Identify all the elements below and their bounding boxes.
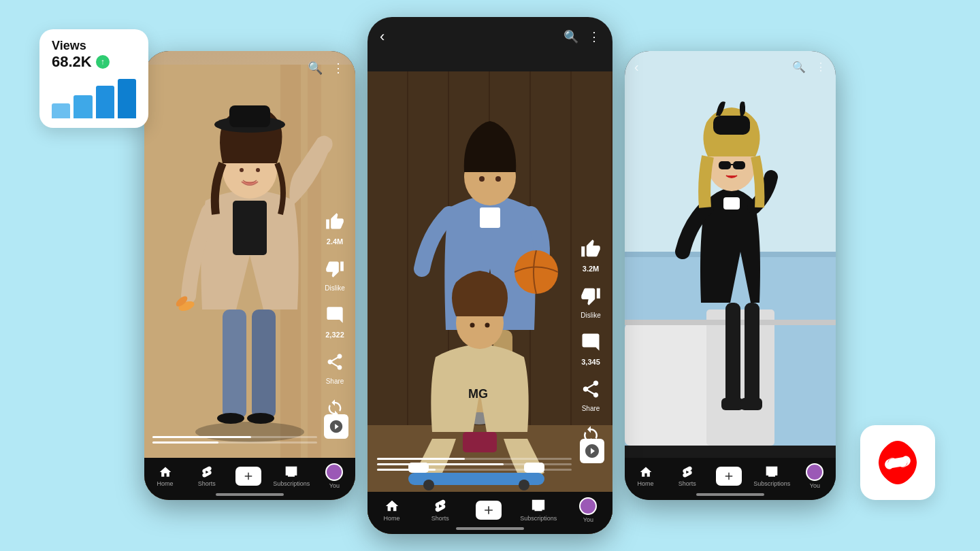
search-icon-left[interactable]: 🔍 xyxy=(308,61,323,76)
svg-point-14 xyxy=(240,168,244,172)
subscriptions-icon-center xyxy=(531,499,546,514)
trend-up-icon: ↑ xyxy=(96,55,110,69)
dislike-btn-center[interactable]: Dislike xyxy=(577,282,604,319)
like-btn-center[interactable]: 3.2M xyxy=(577,235,604,273)
phone-right-screen: ‹ 🔍 ⋮ Home Shorts xyxy=(625,51,836,500)
nav-add-left[interactable] xyxy=(231,467,265,486)
dislike-label-left: Dislike xyxy=(325,284,344,292)
plus-icon-left xyxy=(242,470,255,482)
svg-rect-8 xyxy=(233,201,267,255)
progress-bars-left xyxy=(152,436,317,447)
phone-center-screen: MG xyxy=(368,17,612,534)
subscribe-btn-left[interactable] xyxy=(324,414,348,439)
comment-icon-left xyxy=(325,305,344,324)
svg-point-33 xyxy=(423,480,434,490)
share-btn-center[interactable]: Share xyxy=(577,375,604,412)
more-icon-left[interactable]: ⋮ xyxy=(332,61,344,76)
nav-subscriptions-label-center: Subscriptions xyxy=(520,515,557,522)
comment-btn-center[interactable]: 3,345 xyxy=(577,329,604,366)
nav-subscriptions-right[interactable]: Subscriptions xyxy=(753,465,790,487)
nav-shorts-left[interactable]: Shorts xyxy=(190,465,224,487)
search-icon-right[interactable]: 🔍 xyxy=(792,61,806,73)
nav-you-left[interactable]: You xyxy=(317,463,351,489)
nav-subscriptions-center[interactable]: Subscriptions xyxy=(520,499,557,522)
back-icon-center[interactable]: ‹ xyxy=(380,28,385,46)
svg-rect-48 xyxy=(721,398,743,410)
more-icon-center[interactable]: ⋮ xyxy=(588,29,600,44)
nav-shorts-center[interactable]: Shorts xyxy=(423,499,457,522)
svg-rect-55 xyxy=(723,197,740,210)
nav-subscriptions-label-left: Subscriptions xyxy=(273,480,310,487)
views-count: 68.2K ↑ xyxy=(52,53,136,71)
subscriptions-icon-right xyxy=(765,465,779,479)
progress-track-c1 xyxy=(377,458,572,460)
top-nav-left: 🔍 ⋮ xyxy=(144,51,355,81)
nav-home-label-left: Home xyxy=(157,480,174,487)
dislike-btn-left[interactable]: Dislike xyxy=(321,255,348,292)
share-icon-left xyxy=(325,352,344,371)
nav-add-center[interactable] xyxy=(472,501,506,520)
progress-track-c2 xyxy=(377,463,572,465)
phone-left: 🔍 ⋮ 2.4M Dislike xyxy=(144,51,355,500)
bar-chart xyxy=(52,78,136,118)
progress-fill-c1 xyxy=(377,458,465,460)
add-icon-left[interactable] xyxy=(235,467,261,486)
svg-point-15 xyxy=(256,168,260,172)
nav-subscriptions-left[interactable]: Subscriptions xyxy=(273,465,310,487)
nav-subscriptions-label-right: Subscriptions xyxy=(753,480,790,487)
svg-rect-25 xyxy=(480,207,500,228)
nav-home-right[interactable]: Home xyxy=(629,465,663,487)
home-indicator-right xyxy=(696,493,764,496)
share-btn-left[interactable]: Share xyxy=(321,348,348,385)
svg-point-29 xyxy=(495,176,501,182)
comment-icon-center xyxy=(581,332,601,352)
progress-fill-c2 xyxy=(377,463,504,465)
comment-btn-left[interactable]: 2,322 xyxy=(321,301,348,339)
svg-rect-13 xyxy=(229,105,270,127)
svg-rect-4 xyxy=(223,310,246,418)
svg-rect-51 xyxy=(713,116,750,135)
svg-text:MG: MG xyxy=(468,387,488,401)
svg-point-34 xyxy=(519,480,529,490)
nav-home-left[interactable]: Home xyxy=(148,465,182,487)
phone-center: MG xyxy=(368,17,612,534)
nav-you-center[interactable]: You xyxy=(571,497,605,523)
right-bg-illustration xyxy=(625,51,836,446)
nav-home-label-center: Home xyxy=(384,515,400,522)
subscribe-btn-center[interactable] xyxy=(580,439,604,463)
subscriptions-icon-left xyxy=(284,465,298,479)
home-icon-center xyxy=(385,499,399,514)
add-icon-center[interactable] xyxy=(476,501,502,520)
search-icon-center[interactable]: 🔍 xyxy=(564,29,578,44)
add-icon-right[interactable] xyxy=(716,467,742,486)
progress-fill-c3 xyxy=(377,469,436,471)
shorts-widget xyxy=(860,425,935,500)
comment-count-left: 2,322 xyxy=(325,331,344,339)
svg-point-6 xyxy=(217,413,244,424)
nav-add-right[interactable] xyxy=(712,467,746,486)
like-count-left: 2.4M xyxy=(327,237,343,246)
nav-shorts-right[interactable]: Shorts xyxy=(670,465,704,487)
dislike-icon-left xyxy=(325,259,344,278)
svg-rect-46 xyxy=(725,303,740,405)
avatar-right xyxy=(806,463,823,481)
home-indicator-center xyxy=(456,527,524,530)
share-label-center: Share xyxy=(582,405,600,412)
side-actions-center: 3.2M Dislike 3,345 xyxy=(577,235,604,459)
home-indicator-left xyxy=(216,493,284,496)
comment-count-center: 3,345 xyxy=(581,358,600,366)
progress-track-c3 xyxy=(377,469,572,471)
bar-1 xyxy=(52,103,70,118)
nav-shorts-label-left: Shorts xyxy=(198,480,216,487)
progress-track-1 xyxy=(152,436,317,438)
more-icon-right[interactable]: ⋮ xyxy=(815,61,826,73)
top-nav-center: ‹ 🔍 ⋮ xyxy=(368,17,612,51)
nav-shorts-label-right: Shorts xyxy=(679,480,696,487)
back-icon-right[interactable]: ‹ xyxy=(634,59,639,75)
nav-you-right[interactable]: You xyxy=(798,463,832,489)
progress-track-2 xyxy=(152,441,317,444)
views-widget: Views 68.2K ↑ xyxy=(39,29,148,128)
like-icon-center xyxy=(581,239,601,259)
like-btn-left[interactable]: 2.4M xyxy=(321,208,348,246)
nav-home-center[interactable]: Home xyxy=(375,499,409,522)
